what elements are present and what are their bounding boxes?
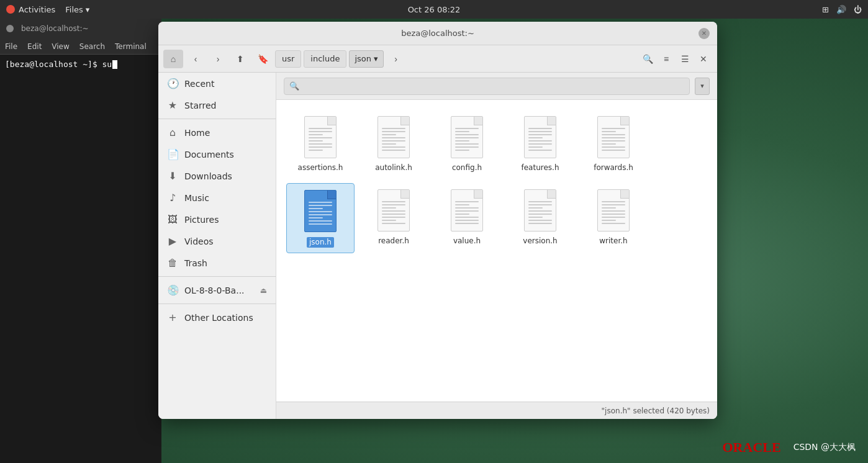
fm-sidebar: 🕐 Recent ★ Starred ⌂ Home 📄 Documents ⬇ … (158, 73, 276, 419)
topbar-right: ⊞ 🔊 ⏻ (822, 5, 862, 14)
sidebar-separator-2 (158, 276, 276, 277)
file-item-forwards-h[interactable]: forwards.h (579, 110, 648, 178)
file-icon-features-h (522, 115, 559, 160)
file-item-config-h[interactable]: config.h (433, 110, 501, 178)
file-icon-config-h (448, 115, 486, 160)
file-doc-writer-h (597, 189, 630, 232)
fm-toolbar: ⌂ ‹ › ⬆ 🔖 usr include json ▾ › 🔍 ≡ ☰ ✕ (158, 45, 717, 73)
file-doc-value-h (451, 189, 483, 232)
power-icon: ⏻ (854, 5, 862, 14)
terminal-menu-search[interactable]: Search (79, 42, 105, 51)
terminal-menu-edit[interactable]: Edit (27, 42, 42, 51)
terminal-menu-file[interactable]: File (5, 42, 17, 51)
fm-search-input[interactable] (303, 81, 684, 91)
fm-breadcrumb-next-button[interactable]: › (386, 50, 406, 68)
file-name-json-h: json.h (307, 237, 334, 248)
terminal-titlebar: beza@localhost:~ (0, 19, 161, 38)
fm-breadcrumb-json[interactable]: json ▾ (349, 50, 383, 68)
file-item-features-h[interactable]: features.h (506, 110, 574, 178)
sidebar-item-recent[interactable]: 🕐 Recent (158, 73, 276, 94)
file-doc-assertions-h (304, 116, 337, 158)
file-icon-json-h (302, 189, 339, 233)
fm-toolbar-right: 🔍 ≡ ☰ ✕ (639, 50, 712, 68)
doc-corner (400, 117, 409, 125)
sidebar-item-documents[interactable]: 📄 Documents (158, 143, 276, 165)
fm-body: 🕐 Recent ★ Starred ⌂ Home 📄 Documents ⬇ … (158, 73, 717, 419)
terminal-content[interactable]: [beza@localhost ~]$ su (0, 55, 161, 463)
oracle-logo: ORACLE (723, 439, 781, 456)
sidebar-item-home[interactable]: ⌂ Home (158, 122, 276, 143)
sidebar-item-music-label: Music (184, 193, 209, 203)
file-icon-reader-h (375, 188, 412, 233)
music-icon: ♪ (167, 192, 178, 204)
files-menu[interactable]: Files ▾ (65, 5, 89, 14)
pictures-icon: 🖼 (167, 214, 178, 225)
fm-breadcrumb-usr[interactable]: usr (275, 50, 301, 68)
fm-filter-button[interactable]: ≡ (658, 50, 675, 68)
activities-button[interactable]: Activities (6, 5, 55, 14)
search-icon: 🔍 (289, 81, 299, 91)
terminal-close-button[interactable] (6, 25, 14, 32)
drive-icon: 💿 (167, 284, 178, 296)
documents-icon: 📄 (167, 148, 178, 160)
sidebar-item-documents-label: Documents (184, 150, 234, 160)
doc-corner (620, 190, 629, 199)
doc-corner (327, 191, 336, 199)
filemanager-window: beza@localhost:~ ✕ ⌂ ‹ › ⬆ 🔖 usr include… (158, 22, 717, 419)
file-item-version-h[interactable]: version.h (506, 183, 574, 254)
file-icon-autolink-h (375, 115, 412, 160)
sidebar-item-downloads[interactable]: ⬇ Downloads (158, 165, 276, 187)
terminal-menu-terminal[interactable]: Terminal (115, 42, 147, 51)
file-doc-version-h (524, 189, 556, 232)
fm-menu-button[interactable]: ☰ (676, 50, 694, 68)
sidebar-separator-3 (158, 303, 276, 304)
terminal-prompt: [beza@localhost ~]$ su (5, 60, 156, 69)
fm-parent-button[interactable]: ⬆ (230, 50, 250, 68)
fm-search-input-wrap: 🔍 (284, 78, 690, 95)
file-item-reader-h[interactable]: reader.h (359, 183, 428, 254)
file-item-value-h[interactable]: value.h (433, 183, 501, 254)
other-locations-icon: + (167, 312, 178, 323)
file-name-features-h: features.h (522, 163, 559, 173)
terminal-menu-view[interactable]: View (52, 42, 69, 51)
file-name-assertions-h: assertions.h (298, 163, 343, 173)
file-item-assertions-h[interactable]: assertions.h (286, 110, 355, 178)
file-item-autolink-h[interactable]: autolink.h (359, 110, 428, 178)
sidebar-item-videos-label: Videos (184, 236, 214, 246)
fm-nav-home-button[interactable]: ⌂ (163, 50, 183, 68)
network-icon: ⊞ (822, 5, 829, 14)
fm-search-dropdown-button[interactable]: ▾ (695, 78, 710, 95)
fm-file-grid: assertions.h (276, 100, 717, 402)
fm-search-toggle-button[interactable]: 🔍 (639, 50, 656, 68)
file-doc-features-h (524, 116, 556, 158)
fm-breadcrumb-include[interactable]: include (304, 50, 346, 68)
doc-corner (327, 117, 336, 125)
sidebar-item-starred[interactable]: ★ Starred (158, 94, 276, 116)
file-item-json-h[interactable]: json.h (286, 183, 355, 254)
sidebar-item-ol-drive[interactable]: 💿 OL-8-8-0-Ba... ⏏ (158, 279, 276, 301)
terminal-menubar: File Edit View Search Terminal (0, 38, 161, 55)
fm-close-button[interactable]: ✕ (698, 28, 710, 39)
videos-icon: ▶ (167, 235, 178, 247)
terminal-cursor (112, 60, 117, 69)
sidebar-item-trash[interactable]: 🗑 Trash (158, 252, 276, 274)
file-doc-autolink-h (377, 116, 410, 158)
file-name-reader-h: reader.h (378, 236, 409, 246)
csdn-text: CSDN @大大枫 (793, 442, 856, 453)
fm-statusbar: "json.h" selected (420 bytes) (276, 402, 717, 419)
file-name-writer-h: writer.h (599, 236, 627, 246)
terminal-prompt-text: [beza@localhost ~]$ su (5, 60, 112, 69)
file-doc-forwards-h (597, 116, 630, 158)
fm-bookmarks-button[interactable]: 🔖 (253, 50, 273, 68)
file-icon-writer-h (595, 188, 632, 233)
fm-breadcrumb-dropdown-icon: ▾ (374, 54, 378, 63)
fm-back-button[interactable]: ‹ (186, 50, 206, 68)
file-item-writer-h[interactable]: writer.h (579, 183, 648, 254)
eject-icon[interactable]: ⏏ (260, 286, 267, 295)
sidebar-item-videos[interactable]: ▶ Videos (158, 230, 276, 252)
fm-window-close-button[interactable]: ✕ (695, 50, 712, 68)
sidebar-item-music[interactable]: ♪ Music (158, 187, 276, 209)
fm-forward-button[interactable]: › (208, 50, 228, 68)
sidebar-item-pictures[interactable]: 🖼 Pictures (158, 209, 276, 230)
sidebar-item-other-locations[interactable]: + Other Locations (158, 307, 276, 328)
